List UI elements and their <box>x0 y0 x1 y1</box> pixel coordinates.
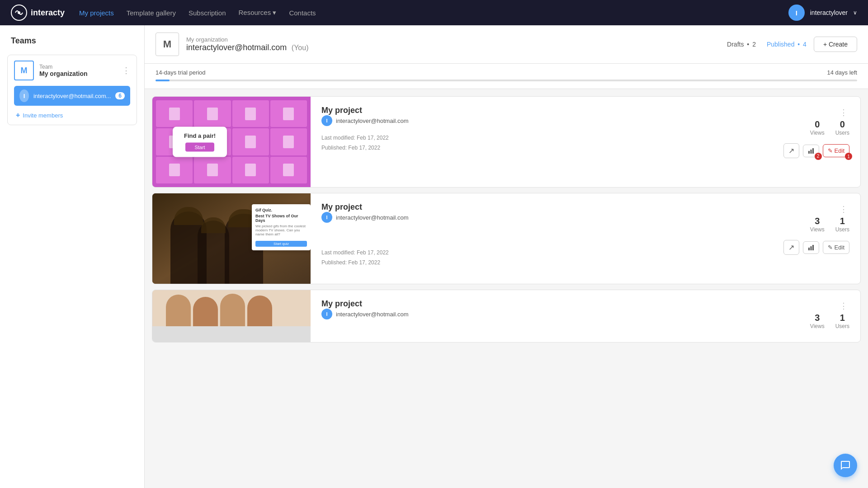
trial-bar: 14-days trial period 14 days left <box>145 64 868 89</box>
users-label: Users <box>835 226 849 233</box>
chevron-down-icon: ∨ <box>853 9 857 16</box>
project-card: My project I interactylover@hotmail.com … <box>152 290 861 343</box>
team-name: My organization <box>39 70 88 77</box>
org-name: My organization <box>186 36 720 43</box>
org-header: M My organization interactylover@hotmail… <box>145 25 868 64</box>
views-value: 3 <box>810 313 825 323</box>
projects-list: Find a pair! Start My project I interact… <box>145 89 868 355</box>
nav-template-gallery[interactable]: Template gallery <box>127 9 176 17</box>
sidebar-title: Teams <box>7 36 137 46</box>
nav-subscription[interactable]: Subscription <box>189 9 226 17</box>
analytics-button[interactable] <box>803 241 819 254</box>
project-info: My project I interactylover@hotmail.com … <box>311 290 860 342</box>
project-title: My project <box>321 299 810 309</box>
users-stat: 0 Users <box>835 119 849 136</box>
user-avatar: I <box>788 5 805 21</box>
logo[interactable]: interacty <box>11 5 65 21</box>
owner-email: interactylover@hotmail.com <box>336 214 409 221</box>
match-cell <box>270 128 307 155</box>
org-you-label: (You) <box>292 44 309 52</box>
views-value: 0 <box>810 119 825 130</box>
published-label: Published <box>767 41 795 48</box>
member-email: interactylover@hotmail.com... <box>33 93 111 99</box>
match-cell <box>194 100 231 127</box>
external-link-button[interactable]: ↗ <box>783 240 799 255</box>
users-stat: 1 Users <box>835 313 849 329</box>
project-owner: I interactylover@hotmail.com <box>321 309 810 319</box>
project-actions: ↗ 2 ✎ Edit <box>783 143 849 158</box>
match-cell <box>232 100 269 127</box>
gif-quiz-start-button[interactable]: Start quiz <box>255 241 307 247</box>
match-cell <box>156 100 193 127</box>
drafts-separator: • <box>747 41 749 48</box>
create-button[interactable]: + Create <box>814 37 857 52</box>
published-stat[interactable]: Published • 4 <box>767 41 807 48</box>
nav-my-projects[interactable]: My projects <box>79 9 114 17</box>
owner-email: interactylover@hotmail.com <box>336 117 409 124</box>
gif-quiz-title: Gif Quiz. <box>255 208 307 212</box>
team-header: M Team My organization ⋮ <box>14 61 130 80</box>
top-navigation: interacty My projects Template gallery S… <box>0 0 868 25</box>
views-label: Views <box>810 226 825 233</box>
match-cell <box>194 157 231 183</box>
trial-header: 14-days trial period 14 days left <box>156 69 857 76</box>
edit-button[interactable]: ✎ Edit <box>823 241 849 254</box>
users-value: 1 <box>835 313 849 323</box>
views-stat: 3 Views <box>810 313 825 329</box>
svg-rect-4 <box>812 148 814 154</box>
trial-days-left: 14 days left <box>827 69 858 76</box>
project-dots-menu[interactable]: ⋮ <box>838 299 849 313</box>
project-dots-menu[interactable]: ⋮ <box>838 202 849 216</box>
users-stat: 1 Users <box>835 216 849 233</box>
project-actions: ↗ ✎ Edit <box>783 240 849 255</box>
analytics-btn-wrapper: 2 <box>803 145 819 157</box>
project-title: My project <box>321 202 783 212</box>
find-pair-start-button[interactable]: Start <box>185 143 214 152</box>
project-thumbnail-gif: Gif Quiz. Best TV Shows of Our Days We p… <box>152 193 311 284</box>
team-avatar[interactable]: M <box>14 61 34 80</box>
owner-avatar: I <box>321 212 332 223</box>
project-thumbnail-people <box>152 290 311 342</box>
project-dots-menu[interactable]: ⋮ <box>838 106 849 119</box>
match-cell <box>232 157 269 183</box>
member-row[interactable]: I interactylover@hotmail.com... 6 <box>14 86 130 106</box>
user-menu[interactable]: I interactylover ∨ <box>788 5 857 21</box>
users-value: 0 <box>835 119 849 130</box>
views-label: Views <box>810 323 825 329</box>
invite-label: Invite members <box>23 112 63 119</box>
nav-contacts[interactable]: Contacts <box>289 9 316 17</box>
chat-button[interactable] <box>834 454 857 477</box>
nav-resources[interactable]: Resources ▾ <box>239 9 277 17</box>
views-value: 3 <box>810 216 825 226</box>
project-card: Find a pair! Start My project I interact… <box>152 96 861 188</box>
plus-icon: + <box>16 111 20 119</box>
gif-quiz-desc: We picked gifs from the coolest modern T… <box>255 224 307 236</box>
match-cell <box>270 100 307 127</box>
last-modified: Last modified: Feb 17, 2022 <box>321 133 783 143</box>
member-avatar: I <box>19 89 29 102</box>
project-right: ⋮ 0 Views 0 Users <box>783 106 849 158</box>
org-avatar: M <box>156 33 179 56</box>
team-info: Team My organization <box>39 64 88 77</box>
team-dots-menu[interactable]: ⋮ <box>122 66 130 75</box>
project-meta: Last modified: Feb 17, 2022 Published: F… <box>321 248 783 267</box>
project-thumbnail: Find a pair! Start <box>152 97 311 187</box>
published-date: Published: Feb 17, 2022 <box>321 258 783 268</box>
user-name: interactylover <box>810 9 848 16</box>
invite-members-link[interactable]: + Invite members <box>14 111 130 119</box>
project-right: ⋮ 3 Views 1 Users <box>810 299 849 333</box>
find-pair-popup: Find a pair! Start <box>173 127 227 157</box>
nav-links: My projects Template gallery Subscriptio… <box>79 9 316 17</box>
svg-rect-7 <box>812 245 814 250</box>
users-value: 1 <box>835 216 849 226</box>
team-label: Team <box>39 64 88 70</box>
org-email-row: interactylover@hotmail.com (You) <box>186 43 720 52</box>
svg-rect-6 <box>810 246 811 250</box>
project-right: ⋮ 3 Views 1 Users <box>783 202 849 255</box>
project-meta: Last modified: Feb 17, 2022 Published: F… <box>321 133 783 153</box>
logo-text: interacty <box>31 8 65 18</box>
project-details: My project I interactylover@hotmail.com <box>321 299 810 327</box>
match-cell <box>156 157 193 183</box>
external-link-button[interactable]: ↗ <box>783 143 799 158</box>
project-info: My project I interactylover@hotmail.com … <box>311 193 860 284</box>
